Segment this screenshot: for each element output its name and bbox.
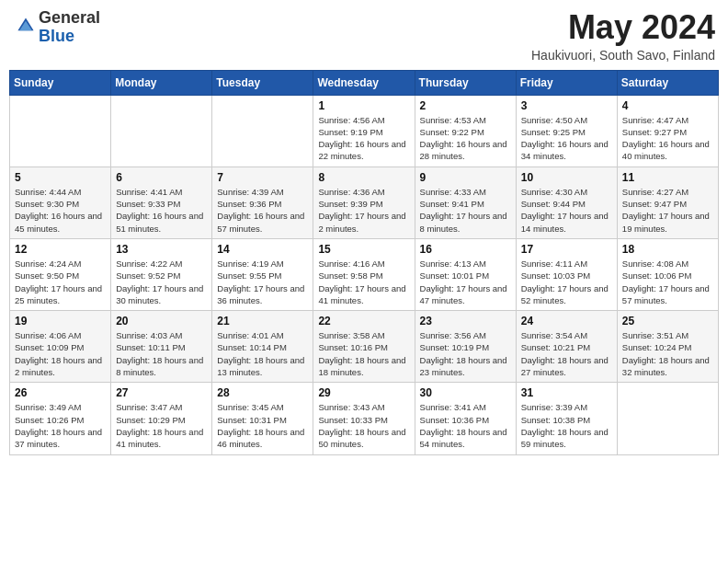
day-number: 18 bbox=[622, 243, 713, 256]
day-info: Sunrise: 4:19 AM Sunset: 9:55 PM Dayligh… bbox=[217, 258, 308, 306]
table-row: 20Sunrise: 4:03 AM Sunset: 10:11 PM Dayl… bbox=[111, 311, 212, 383]
day-info: Sunrise: 4:27 AM Sunset: 9:47 PM Dayligh… bbox=[622, 186, 713, 235]
day-info: Sunrise: 4:50 AM Sunset: 9:25 PM Dayligh… bbox=[521, 114, 612, 163]
day-info: Sunrise: 4:47 AM Sunset: 9:27 PM Dayligh… bbox=[622, 114, 713, 163]
day-number: 21 bbox=[217, 315, 308, 327]
day-number: 19 bbox=[15, 315, 106, 327]
day-info: Sunrise: 4:44 AM Sunset: 9:30 PM Dayligh… bbox=[15, 186, 106, 235]
page-header: General Blue May 2024 Haukivuori, South … bbox=[9, 9, 719, 63]
table-row: 4Sunrise: 4:47 AM Sunset: 9:27 PM Daylig… bbox=[617, 95, 718, 167]
table-row: 28Sunrise: 3:45 AM Sunset: 10:31 PM Dayl… bbox=[212, 383, 313, 454]
table-row: 15Sunrise: 4:16 AM Sunset: 9:58 PM Dayli… bbox=[313, 238, 415, 310]
calendar-table: Sunday Monday Tuesday Wednesday Thursday… bbox=[9, 70, 719, 455]
table-row: 26Sunrise: 3:49 AM Sunset: 10:26 PM Dayl… bbox=[10, 383, 111, 454]
table-row: 2Sunrise: 4:53 AM Sunset: 9:22 PM Daylig… bbox=[415, 95, 516, 167]
logo-blue-text: Blue bbox=[39, 27, 74, 45]
day-number: 15 bbox=[318, 243, 409, 256]
calendar-week-row: 26Sunrise: 3:49 AM Sunset: 10:26 PM Dayl… bbox=[10, 383, 719, 454]
day-info: Sunrise: 4:53 AM Sunset: 9:22 PM Dayligh… bbox=[420, 114, 511, 163]
table-row: 16Sunrise: 4:13 AM Sunset: 10:01 PM Dayl… bbox=[415, 238, 516, 310]
table-row: 25Sunrise: 3:51 AM Sunset: 10:24 PM Dayl… bbox=[617, 311, 718, 383]
table-row bbox=[10, 95, 111, 167]
table-row bbox=[111, 95, 212, 167]
table-row: 1Sunrise: 4:56 AM Sunset: 9:19 PM Daylig… bbox=[313, 95, 415, 167]
day-info: Sunrise: 4:13 AM Sunset: 10:01 PM Daylig… bbox=[420, 258, 511, 306]
table-row: 27Sunrise: 3:47 AM Sunset: 10:29 PM Dayl… bbox=[111, 383, 212, 454]
calendar-week-row: 5Sunrise: 4:44 AM Sunset: 9:30 PM Daylig… bbox=[10, 167, 719, 238]
day-info: Sunrise: 4:24 AM Sunset: 9:50 PM Dayligh… bbox=[15, 258, 106, 306]
table-row: 10Sunrise: 4:30 AM Sunset: 9:44 PM Dayli… bbox=[516, 167, 617, 238]
day-number: 6 bbox=[116, 171, 207, 184]
table-row: 24Sunrise: 3:54 AM Sunset: 10:21 PM Dayl… bbox=[516, 311, 617, 383]
day-info: Sunrise: 4:11 AM Sunset: 10:03 PM Daylig… bbox=[521, 258, 612, 306]
day-number: 31 bbox=[521, 386, 612, 399]
table-row: 29Sunrise: 3:43 AM Sunset: 10:33 PM Dayl… bbox=[313, 383, 415, 454]
day-info: Sunrise: 3:39 AM Sunset: 10:38 PM Daylig… bbox=[521, 401, 612, 450]
table-row bbox=[617, 383, 718, 454]
day-number: 11 bbox=[622, 171, 713, 184]
day-number: 22 bbox=[318, 315, 409, 327]
weekday-header-row: Sunday Monday Tuesday Wednesday Thursday… bbox=[10, 70, 719, 95]
table-row: 5Sunrise: 4:44 AM Sunset: 9:30 PM Daylig… bbox=[10, 167, 111, 238]
day-info: Sunrise: 3:49 AM Sunset: 10:26 PM Daylig… bbox=[15, 401, 106, 450]
table-row: 11Sunrise: 4:27 AM Sunset: 9:47 PM Dayli… bbox=[617, 167, 718, 238]
day-info: Sunrise: 4:39 AM Sunset: 9:36 PM Dayligh… bbox=[217, 186, 308, 235]
table-row: 30Sunrise: 3:41 AM Sunset: 10:36 PM Dayl… bbox=[415, 383, 516, 454]
day-number: 29 bbox=[318, 386, 409, 399]
day-info: Sunrise: 4:56 AM Sunset: 9:19 PM Dayligh… bbox=[318, 114, 409, 163]
table-row: 13Sunrise: 4:22 AM Sunset: 9:52 PM Dayli… bbox=[111, 238, 212, 310]
table-row: 9Sunrise: 4:33 AM Sunset: 9:41 PM Daylig… bbox=[415, 167, 516, 238]
table-row: 31Sunrise: 3:39 AM Sunset: 10:38 PM Dayl… bbox=[516, 383, 617, 454]
day-number: 8 bbox=[318, 171, 409, 184]
month-year-title: May 2024 bbox=[531, 9, 715, 46]
day-info: Sunrise: 4:36 AM Sunset: 9:39 PM Dayligh… bbox=[318, 186, 409, 235]
header-wednesday: Wednesday bbox=[313, 70, 415, 95]
table-row: 21Sunrise: 4:01 AM Sunset: 10:14 PM Dayl… bbox=[212, 311, 313, 383]
day-info: Sunrise: 4:08 AM Sunset: 10:06 PM Daylig… bbox=[622, 258, 713, 306]
table-row: 3Sunrise: 4:50 AM Sunset: 9:25 PM Daylig… bbox=[516, 95, 617, 167]
day-number: 30 bbox=[420, 386, 511, 399]
day-info: Sunrise: 4:22 AM Sunset: 9:52 PM Dayligh… bbox=[116, 258, 207, 306]
day-info: Sunrise: 4:16 AM Sunset: 9:58 PM Dayligh… bbox=[318, 258, 409, 306]
table-row bbox=[212, 95, 313, 167]
table-row: 6Sunrise: 4:41 AM Sunset: 9:33 PM Daylig… bbox=[111, 167, 212, 238]
day-info: Sunrise: 3:41 AM Sunset: 10:36 PM Daylig… bbox=[420, 401, 511, 450]
day-number: 3 bbox=[521, 99, 612, 112]
day-number: 7 bbox=[217, 171, 308, 184]
day-info: Sunrise: 4:41 AM Sunset: 9:33 PM Dayligh… bbox=[116, 186, 207, 235]
day-number: 26 bbox=[15, 386, 106, 399]
table-row: 18Sunrise: 4:08 AM Sunset: 10:06 PM Dayl… bbox=[617, 238, 718, 310]
day-info: Sunrise: 4:03 AM Sunset: 10:11 PM Daylig… bbox=[116, 329, 207, 378]
header-sunday: Sunday bbox=[10, 70, 111, 95]
day-number: 5 bbox=[15, 171, 106, 184]
header-monday: Monday bbox=[111, 70, 212, 95]
day-info: Sunrise: 4:30 AM Sunset: 9:44 PM Dayligh… bbox=[521, 186, 612, 235]
day-number: 17 bbox=[521, 243, 612, 256]
day-info: Sunrise: 3:56 AM Sunset: 10:19 PM Daylig… bbox=[420, 329, 511, 378]
logo-icon bbox=[15, 15, 37, 37]
day-info: Sunrise: 4:33 AM Sunset: 9:41 PM Dayligh… bbox=[420, 186, 511, 235]
day-info: Sunrise: 4:01 AM Sunset: 10:14 PM Daylig… bbox=[217, 329, 308, 378]
day-number: 20 bbox=[116, 315, 207, 327]
day-number: 13 bbox=[116, 243, 207, 256]
day-number: 12 bbox=[15, 243, 106, 256]
calendar-week-row: 19Sunrise: 4:06 AM Sunset: 10:09 PM Dayl… bbox=[10, 311, 719, 383]
day-number: 4 bbox=[622, 99, 713, 112]
header-friday: Friday bbox=[516, 70, 617, 95]
table-row: 23Sunrise: 3:56 AM Sunset: 10:19 PM Dayl… bbox=[415, 311, 516, 383]
table-row: 22Sunrise: 3:58 AM Sunset: 10:16 PM Dayl… bbox=[313, 311, 415, 383]
table-row: 7Sunrise: 4:39 AM Sunset: 9:36 PM Daylig… bbox=[212, 167, 313, 238]
title-block: May 2024 Haukivuori, South Savo, Finland bbox=[531, 9, 715, 63]
day-info: Sunrise: 3:58 AM Sunset: 10:16 PM Daylig… bbox=[318, 329, 409, 378]
day-number: 10 bbox=[521, 171, 612, 184]
calendar-week-row: 1Sunrise: 4:56 AM Sunset: 9:19 PM Daylig… bbox=[10, 95, 719, 167]
day-number: 9 bbox=[420, 171, 511, 184]
header-tuesday: Tuesday bbox=[212, 70, 313, 95]
logo-general-text: General bbox=[39, 8, 100, 27]
day-info: Sunrise: 3:43 AM Sunset: 10:33 PM Daylig… bbox=[318, 401, 409, 450]
location-subtitle: Haukivuori, South Savo, Finland bbox=[531, 48, 715, 63]
calendar-week-row: 12Sunrise: 4:24 AM Sunset: 9:50 PM Dayli… bbox=[10, 238, 719, 310]
day-number: 27 bbox=[116, 386, 207, 399]
table-row: 17Sunrise: 4:11 AM Sunset: 10:03 PM Dayl… bbox=[516, 238, 617, 310]
day-number: 25 bbox=[622, 315, 713, 327]
